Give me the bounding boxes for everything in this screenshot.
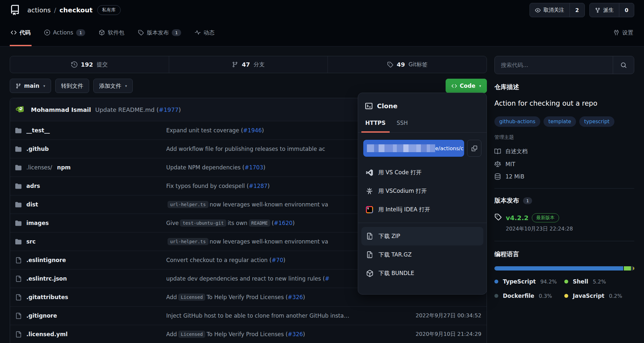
download-item[interactable]: 下载 BUNDLE: [361, 264, 483, 283]
issue-link[interactable]: #: [325, 275, 329, 282]
topic-chip[interactable]: template: [543, 116, 576, 127]
inline-code-chip: test-ubuntu-git: [180, 219, 226, 227]
file-commit-message[interactable]: Inject GitHub host to be able to clone f…: [166, 312, 409, 319]
message-text: Fix typos found by codespell (: [166, 183, 249, 189]
file-name-cell[interactable]: .gitattributes: [15, 294, 166, 300]
download-item[interactable]: 下载 ZIP: [361, 227, 483, 245]
table-row[interactable]: .licensed.ymlAdd Licensed To Help Verify…: [10, 325, 487, 343]
commit-author[interactable]: Mohammad Ismail: [31, 106, 91, 113]
file-name-cell[interactable]: adrs: [15, 183, 166, 189]
goto-file-button[interactable]: 转到文件: [55, 79, 89, 93]
file-commit-message[interactable]: Add Licensed To Help Verify Prod License…: [166, 331, 409, 338]
download-item[interactable]: 下载 TAR.GZ: [361, 245, 483, 264]
avatar[interactable]: [15, 104, 26, 115]
language-legend-item[interactable]: Shell5.2%: [564, 278, 634, 285]
message-text: ): [267, 183, 270, 189]
file-name-cell[interactable]: .eslintrc.json: [15, 275, 166, 282]
tab-ssh[interactable]: SSH: [393, 115, 412, 133]
tag-icon: [494, 213, 502, 232]
tab-https[interactable]: HTTPS: [361, 115, 390, 133]
unwatch-label: 取消关注: [543, 7, 564, 14]
meta-book[interactable]: 自述文档: [494, 148, 634, 155]
message-text: Add: [166, 294, 177, 300]
watchers-count[interactable]: 2: [570, 3, 584, 17]
tab-软件包[interactable]: 软件包: [98, 20, 125, 46]
menu-item-vscode[interactable]: 用 VS Code 打开: [358, 163, 487, 182]
stat-Git标签[interactable]: 49Git标签: [328, 56, 487, 73]
file-name: .eslintrc.json: [26, 275, 67, 282]
search-input[interactable]: [495, 56, 613, 74]
issue-link[interactable]: #1620: [274, 220, 293, 226]
topic-chip[interactable]: typescript: [579, 116, 614, 127]
add-file-button[interactable]: 添加文件 ▾: [93, 79, 133, 93]
file-commit-date: 2022年9月27日 00:34:52: [416, 312, 481, 319]
breadcrumb-repo[interactable]: checkout: [60, 6, 93, 14]
file-name-cell[interactable]: .gitignore: [15, 312, 166, 319]
issue-link[interactable]: #326: [288, 331, 303, 337]
meta-database[interactable]: 12 MiB: [494, 173, 634, 180]
issue-link[interactable]: #1703: [245, 164, 263, 171]
stat-分支[interactable]: 47分支: [169, 56, 328, 73]
intellij-logo-text: IJ: [367, 207, 372, 212]
stat-value: 47: [242, 61, 250, 68]
issue-link[interactable]: #326: [288, 294, 303, 300]
tab-动态[interactable]: 动态: [194, 20, 216, 46]
unwatch-button[interactable]: 取消关注 2: [530, 3, 585, 17]
tab-settings[interactable]: 设置: [612, 20, 634, 46]
file-name-cell[interactable]: .eslintignore: [15, 257, 166, 263]
stat-提交[interactable]: 192提交: [10, 56, 169, 73]
tab-代码[interactable]: 代码: [10, 20, 32, 46]
language-percent: 0.3%: [539, 293, 552, 299]
file-name-cell[interactable]: __test__: [15, 127, 166, 134]
code-icon: [11, 30, 17, 35]
issue-link[interactable]: #1287: [249, 183, 268, 189]
issue-link[interactable]: #1946: [243, 127, 262, 134]
file-commit-message[interactable]: Add Licensed To Help Verify Prod License…: [166, 294, 481, 301]
book-icon: [494, 148, 501, 155]
tab-版本发布[interactable]: 版本发布1: [137, 20, 182, 46]
language-percent: 94.2%: [540, 279, 557, 285]
tab-Actions[interactable]: Actions1: [43, 20, 86, 46]
message-text: To Help Verify Prod Licenses (: [207, 331, 288, 337]
menu-item-vscodium[interactable]: 用 VSCodium 打开: [358, 182, 487, 200]
code-button[interactable]: Code ▾: [446, 79, 487, 93]
file-name-cell[interactable]: dist: [15, 201, 166, 208]
language-bar-segment: [624, 266, 631, 270]
folder-icon: [15, 239, 21, 245]
tab-label: 代码: [20, 29, 31, 36]
file-name-cell[interactable]: .licensed.yml: [15, 331, 166, 337]
search-button[interactable]: [613, 56, 634, 74]
language-name: Shell: [573, 278, 588, 285]
table-row[interactable]: .gitignoreInject GitHub host to be able …: [10, 306, 487, 325]
clone-url-input[interactable]: e/actions/ch: [363, 140, 464, 157]
forks-count[interactable]: 0: [619, 3, 634, 17]
package-icon: [366, 270, 373, 277]
file-name-cell[interactable]: .github: [15, 146, 166, 152]
releases-title[interactable]: 版本发布: [494, 196, 519, 205]
manage-topics-link[interactable]: 管理主题: [494, 134, 634, 140]
language-legend-item[interactable]: JavaScript0.2%: [564, 293, 634, 299]
topic-chip[interactable]: github-actions: [494, 116, 540, 127]
language-legend-item[interactable]: TypeScript94.2%: [494, 278, 564, 285]
copy-url-button[interactable]: [467, 140, 481, 157]
file-name-cell[interactable]: .licenses/npm: [15, 164, 166, 171]
issue-link[interactable]: #1977: [159, 106, 179, 113]
settings-label: 设置: [622, 29, 633, 36]
download-list: 下载 ZIP下载 TAR.GZ下载 BUNDLE: [358, 227, 487, 283]
file-name-cell[interactable]: images: [15, 220, 166, 226]
languages-title: 编程语言: [494, 250, 634, 258]
repo-meta-list: 自述文档MIT12 MiB: [494, 148, 634, 180]
add-file-label: 添加文件: [99, 82, 121, 90]
branch-selector[interactable]: main ▾: [10, 79, 51, 93]
file-icon: [15, 331, 21, 337]
language-legend-item[interactable]: Dockerfile0.3%: [494, 293, 564, 299]
breadcrumb-owner[interactable]: actions: [27, 6, 51, 14]
issue-link[interactable]: #70: [272, 257, 283, 263]
release-version[interactable]: v4.2.2: [506, 214, 529, 222]
menu-item-intellij[interactable]: IJ用 Intellij IDEA 打开: [358, 200, 487, 219]
file-name-cell[interactable]: src: [15, 238, 166, 245]
menu-item-label: 用 VS Code 打开: [378, 169, 422, 176]
commit-message[interactable]: Update README.md (#1977): [95, 106, 181, 113]
fork-button[interactable]: 派生 0: [589, 3, 634, 17]
meta-law[interactable]: MIT: [494, 161, 634, 167]
